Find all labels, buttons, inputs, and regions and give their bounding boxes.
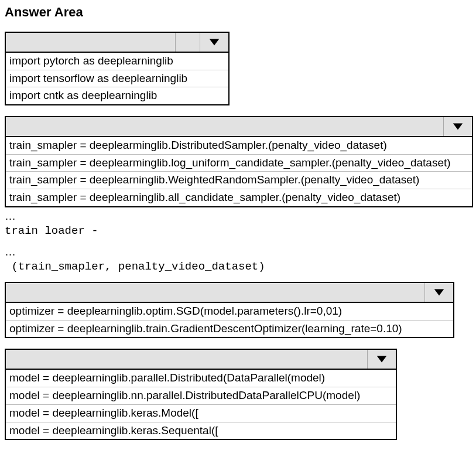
dropdown-2-option[interactable]: train_sampler = deeplearninglib.all_cand… bbox=[6, 189, 472, 206]
dropdown-2-option[interactable]: train_sampler = deeplearninglib.Weighted… bbox=[6, 172, 472, 189]
dropdown-4-option[interactable]: model = deeplearninglib.parallel.Distrib… bbox=[6, 370, 396, 387]
dropdown-arrow[interactable] bbox=[200, 33, 228, 52]
dropdown-1-options: import pytorch as deeplearninglib import… bbox=[5, 53, 230, 105]
code-line: … bbox=[5, 210, 471, 223]
dropdown-header-fill bbox=[6, 33, 176, 52]
dropdown-2-option[interactable]: train_sampler = deeplearminglib.log_unif… bbox=[6, 155, 472, 172]
code-block-1: … train loader - … (train_smapler, penal… bbox=[5, 210, 471, 275]
code-block-2: … train_sampler.set_epoch(epoch) for dat… bbox=[5, 442, 471, 450]
dropdown-1: import pytorch as deeplearninglib import… bbox=[5, 32, 230, 105]
code-line: … bbox=[5, 442, 471, 450]
dropdown-header-fill bbox=[6, 117, 444, 136]
dropdown-1-option[interactable]: import pytorch as deeplearninglib bbox=[6, 53, 228, 70]
svg-marker-0 bbox=[210, 39, 220, 46]
dropdown-3-header[interactable] bbox=[5, 282, 454, 303]
dropdown-3-option[interactable]: optimizer = deeplearninglib.train.Gradie… bbox=[6, 321, 453, 338]
dropdown-4-option[interactable]: model = deeplearninglib.keras.Sequental(… bbox=[6, 422, 396, 439]
dropdown-2-option[interactable]: train_smapler = deeplearminglib.Distribu… bbox=[6, 137, 472, 155]
chevron-down-icon bbox=[208, 36, 221, 49]
code-line: train loader - bbox=[5, 224, 471, 239]
dropdown-4-option[interactable]: model = deeplearninglib.keras.Model([ bbox=[6, 405, 396, 422]
chevron-down-icon bbox=[433, 286, 446, 299]
dropdown-4-header[interactable] bbox=[5, 349, 397, 370]
dropdown-2-options: train_smapler = deeplearminglib.Distribu… bbox=[5, 137, 473, 207]
code-line: (train_smapler, penalty_video_dataset) bbox=[5, 260, 471, 275]
dropdown-arrow[interactable] bbox=[425, 283, 453, 302]
dropdown-4-option[interactable]: model = deeplearninglib.nn.parallel.Dist… bbox=[6, 387, 396, 405]
dropdown-1-header[interactable] bbox=[5, 32, 230, 53]
dropdown-3: optimizer = deeplearninglib.optim.SGD(mo… bbox=[5, 282, 454, 338]
dropdown-2-header[interactable] bbox=[5, 116, 473, 137]
dropdown-2: train_smapler = deeplearminglib.Distribu… bbox=[5, 116, 473, 207]
svg-marker-1 bbox=[453, 124, 463, 130]
dropdown-3-options: optimizer = deeplearninglib.optim.SGD(mo… bbox=[5, 303, 454, 338]
svg-marker-2 bbox=[434, 289, 444, 296]
dropdown-4: model = deeplearninglib.parallel.Distrib… bbox=[5, 349, 397, 440]
chevron-down-icon bbox=[375, 353, 388, 366]
dropdown-arrow[interactable] bbox=[368, 350, 396, 369]
chevron-down-icon bbox=[451, 120, 464, 133]
code-line: … bbox=[5, 246, 471, 258]
dropdown-3-option[interactable]: optimizer = deeplearninglib.optim.SGD(mo… bbox=[6, 303, 453, 321]
dropdown-header-fill bbox=[6, 283, 425, 302]
dropdown-1-option[interactable]: import tensorflow as deeplearninglib bbox=[6, 70, 228, 88]
dropdown-arrow[interactable] bbox=[444, 117, 472, 136]
dropdown-header-seg bbox=[176, 33, 200, 52]
svg-marker-3 bbox=[377, 356, 387, 363]
page-title: Answer Area bbox=[5, 5, 471, 20]
dropdown-header-fill bbox=[6, 350, 368, 369]
dropdown-1-option[interactable]: import cntk as deeplearninglib bbox=[6, 87, 228, 104]
dropdown-4-options: model = deeplearninglib.parallel.Distrib… bbox=[5, 370, 397, 440]
